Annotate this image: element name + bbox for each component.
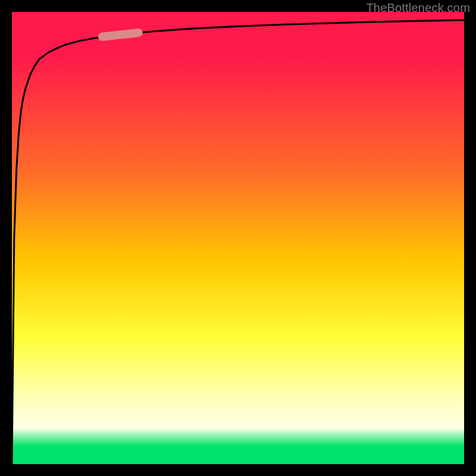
plot-area xyxy=(12,12,464,464)
watermark-text: TheBottleneck.com xyxy=(366,1,470,15)
chart-frame: TheBottleneck.com xyxy=(0,0,476,476)
